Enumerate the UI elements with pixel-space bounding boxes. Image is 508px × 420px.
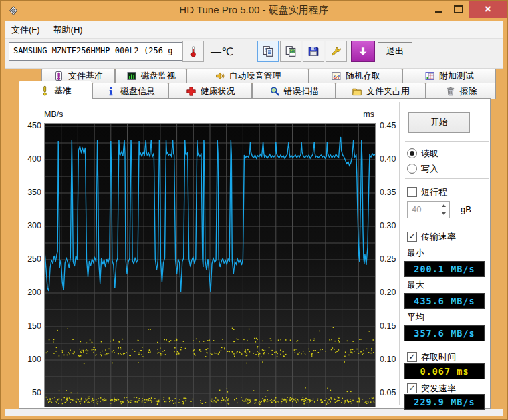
max-value: 435.6 MB/s [404, 293, 485, 309]
copy-text-button[interactable] [257, 41, 279, 62]
access-time-option[interactable]: 存取时间 [407, 351, 456, 363]
info-icon [106, 86, 116, 97]
tab-error-scan[interactable]: 错误扫描 [252, 83, 336, 99]
avg-label: 平均 [407, 311, 424, 323]
minimize-button[interactable] [429, 0, 448, 18]
left-axis-tick: 300 [19, 220, 41, 231]
extra-tests-icon [424, 71, 435, 81]
left-axis-label: MB/s [44, 110, 63, 119]
health-cross-icon [186, 86, 197, 97]
access-time-value: 0.067 ms [404, 363, 485, 379]
menubar: 文件(F) 帮助(H) [5, 21, 503, 39]
transfer-rate-label: 传输速率 [421, 231, 456, 243]
magnifier-icon [269, 86, 280, 97]
right-axis-tick: 0.25 [380, 254, 408, 264]
tab-erase[interactable]: 擦除 [426, 83, 496, 99]
tab-random-access[interactable]: 随机存取 [309, 69, 402, 83]
burst-rate-checkbox[interactable] [407, 383, 417, 393]
tab-acoustic-management[interactable]: 自动噪音管理 [186, 69, 309, 83]
burst-rate-option[interactable]: 突发速率 [407, 383, 456, 394]
divider [405, 178, 489, 179]
folder-icon [352, 86, 362, 97]
right-axis-tick: 0.05 [380, 387, 408, 398]
speaker-icon [215, 71, 225, 81]
up-arrow-icon [442, 204, 446, 207]
right-axis-tick: 0.15 [380, 321, 408, 331]
divider [405, 345, 489, 345]
drive-select[interactable]: SAMSUNG MZNTE256HMHP-000L2 (256 g [9, 42, 195, 61]
right-axis-tick: 0.40 [380, 154, 408, 164]
panel-divider [399, 102, 400, 405]
save-button[interactable] [303, 41, 324, 62]
trash-icon [445, 86, 456, 97]
right-axis-tick: 0.30 [380, 220, 408, 231]
avg-value: 357.6 MB/s [404, 325, 485, 341]
left-axis-tick: 350 [19, 187, 41, 198]
tab-health[interactable]: 健康状况 [168, 83, 252, 99]
left-axis-tick: 450 [19, 120, 41, 131]
download-arrow-icon [357, 45, 369, 57]
wrench-icon [330, 45, 342, 57]
titlebar: HD Tune Pro 5.00 - 硬盘实用程序 × [0, 0, 508, 21]
tab-label: 随机存取 [346, 70, 380, 82]
capacity-stepper[interactable]: 40 [407, 201, 450, 218]
burst-rate-label: 突发速率 [421, 383, 456, 395]
toolbar: SAMSUNG MZNTE256HMHP-000L2 (256 g —℃ [5, 39, 503, 69]
tab-label: 附加测试 [439, 70, 474, 82]
read-mode-option[interactable]: 读取 [407, 148, 438, 159]
maximize-button[interactable] [449, 0, 468, 18]
benchmark-chart [44, 123, 376, 407]
close-icon: × [485, 3, 491, 16]
capacity-value: 40 [412, 204, 421, 214]
short-stroke-option[interactable]: 短行程 [407, 186, 447, 198]
tab-disk-monitor[interactable]: 磁盘监视 [115, 69, 186, 83]
thermometer-icon [187, 45, 199, 57]
transfer-rate-checkbox[interactable] [407, 232, 417, 242]
tab-label: 错误扫描 [284, 85, 319, 97]
tab-label: 磁盘信息 [120, 85, 155, 97]
menu-file[interactable]: 文件(F) [5, 22, 47, 38]
tab-disk-info[interactable]: 磁盘信息 [92, 83, 168, 99]
tab-benchmark[interactable]: 基准 [19, 81, 92, 99]
tab-folder-usage[interactable]: 文件夹占用 [336, 83, 426, 99]
benchmark-page: MB/s ms 45040035030025020015010050 0.450… [19, 98, 491, 409]
left-axis-tick: 100 [19, 354, 41, 365]
save-icon [307, 45, 320, 57]
options-button[interactable] [326, 41, 347, 62]
file-benchmark-icon [53, 71, 64, 81]
capacity-unit: gB [461, 204, 471, 214]
stepper-down-button[interactable] [438, 210, 449, 218]
copy-image-icon [285, 45, 297, 57]
left-axis-tick: 250 [19, 254, 41, 264]
right-axis-label: ms [334, 110, 374, 119]
write-mode-option[interactable]: 写入 [407, 163, 438, 174]
close-button[interactable]: × [469, 0, 507, 18]
right-axis-tick: 0.10 [380, 354, 408, 365]
update-button[interactable] [351, 41, 375, 62]
divider [405, 141, 489, 142]
read-radio[interactable] [407, 148, 417, 158]
stepper-buttons [438, 202, 449, 218]
menu-help[interactable]: 帮助(H) [47, 22, 90, 38]
tab-label: 磁盘监视 [141, 70, 176, 82]
tab-label: 基准 [54, 85, 72, 97]
chart-canvas [45, 124, 375, 407]
temperature-button[interactable] [182, 41, 204, 62]
write-radio[interactable] [407, 164, 417, 174]
burst-rate-value: 229.9 MB/s [404, 394, 485, 410]
copy-image-button[interactable] [280, 41, 301, 62]
start-button[interactable]: 开始 [408, 112, 470, 133]
right-axis-tick: 0.45 [380, 120, 408, 131]
left-axis-tick: 400 [19, 154, 41, 164]
exit-button[interactable]: 退出 [378, 42, 412, 61]
benchmark-icon [39, 85, 50, 96]
tab-extra-tests[interactable]: 附加测试 [402, 69, 496, 83]
short-stroke-checkbox[interactable] [407, 187, 417, 197]
random-access-icon [331, 71, 342, 81]
maximize-icon [454, 5, 463, 13]
minimize-icon [435, 11, 442, 13]
left-axis-tick: 150 [19, 321, 41, 331]
transfer-rate-option[interactable]: 传输速率 [407, 231, 456, 242]
access-time-checkbox[interactable] [407, 352, 417, 362]
read-radio-label: 读取 [421, 148, 438, 160]
